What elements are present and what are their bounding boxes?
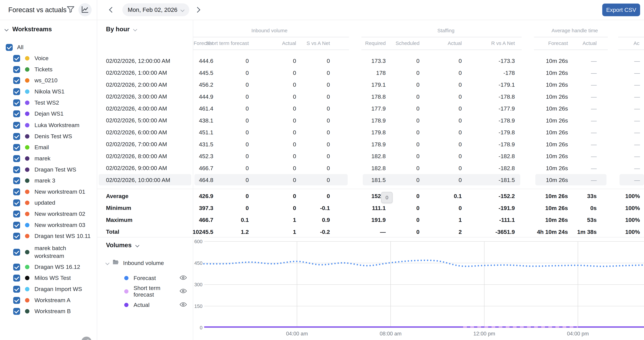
table-cell: 100% — [625, 226, 640, 238]
inbound-volume-tree-item[interactable]: Inbound volume — [106, 260, 164, 266]
workstream-color-dot — [25, 298, 30, 302]
checkbox-checked[interactable] — [13, 200, 20, 206]
date-label: Mon, Feb 02, 2026 — [128, 6, 178, 13]
checkbox-checked[interactable] — [13, 177, 20, 184]
legend-item-forecast[interactable]: Forecast — [124, 272, 187, 284]
sidebar-item-email[interactable]: Email — [13, 142, 49, 153]
checkbox-checked[interactable] — [13, 233, 20, 240]
next-day-button[interactable] — [194, 6, 201, 14]
table-cell: — — [591, 162, 597, 174]
table-cell: 0 — [327, 91, 330, 103]
y-axis-tick: 450 — [194, 260, 202, 266]
checkbox-checked[interactable] — [13, 133, 20, 140]
chart-view-button[interactable] — [78, 3, 92, 16]
workstream-color-dot — [25, 56, 30, 60]
table-cell: 10m 26s — [545, 190, 568, 202]
sidebar-item-dragan-import-ws[interactable]: Dragan Import WS — [13, 284, 82, 295]
checkbox-checked[interactable] — [13, 99, 20, 106]
checkbox-checked[interactable] — [13, 66, 20, 73]
table-cell: 0 — [293, 150, 296, 162]
table-cell: 10m 26s — [545, 214, 568, 226]
workstream-label: ws_0210 — [34, 76, 58, 84]
workstreams-header[interactable]: Workstreams — [5, 26, 52, 33]
checkbox-checked[interactable] — [13, 110, 20, 117]
sidebar-item-marek[interactable]: marek — [13, 153, 50, 164]
legend-item-short-term-forecast[interactable]: Short term forecast — [124, 286, 187, 297]
sidebar-item-new-workstream-02[interactable]: New workstream 02 — [13, 208, 85, 220]
checkbox-checked[interactable] — [13, 77, 20, 84]
sidebar-item-new-workstream-01[interactable]: New workstream 01 — [13, 186, 85, 198]
sidebar-item-dejan-ws1[interactable]: Dejan WS1 — [13, 108, 64, 119]
visibility-eye-icon[interactable] — [180, 302, 187, 308]
visibility-eye-icon[interactable] — [180, 275, 187, 281]
sidebar-item-updated[interactable]: updated — [13, 197, 55, 208]
sidebar-item-milos-ws-test[interactable]: Milos WS Test — [13, 272, 71, 284]
checkbox-checked[interactable] — [13, 297, 20, 304]
table-cell: 0 — [246, 150, 249, 162]
visibility-eye-icon[interactable] — [180, 288, 187, 294]
sidebar-item-test-ws2[interactable]: Test WS2 — [13, 97, 59, 108]
volumes-section-header[interactable]: Volumes — [106, 242, 139, 249]
checkbox-checked[interactable] — [13, 264, 20, 270]
previous-day-button[interactable] — [108, 6, 116, 14]
cell-tooltip-badge: 0 — [381, 192, 392, 203]
sidebar-item-marek-3[interactable]: marek 3 — [13, 175, 55, 186]
granularity-dropdown[interactable]: By hour — [106, 26, 136, 33]
table-cell: — — [634, 174, 640, 186]
table-cell: -178.9 — [499, 138, 515, 150]
checkbox-checked[interactable] — [6, 44, 13, 51]
table-cell: -179.1 — [499, 79, 515, 91]
sidebar-item-dragan-ws-16-12[interactable]: Dragan WS 16.12 — [13, 262, 80, 272]
table-cell: -181.5 — [499, 174, 515, 186]
legend-item-actual[interactable]: Actual — [124, 299, 187, 310]
filter-button[interactable] — [66, 5, 76, 15]
row-time-label: 02/02/2026, 8:00:00 AM — [106, 150, 167, 162]
checkbox-checked[interactable] — [13, 88, 20, 95]
sidebar-item-tickets[interactable]: Tickets — [13, 64, 52, 75]
table-data-area[interactable]: Inbound volumeStaffingAverage handle tim… — [193, 20, 644, 237]
sidebar-item-marek-batch-workstream[interactable]: marek batch workstream — [13, 246, 94, 258]
table-cell: 0 — [293, 138, 296, 150]
sidebar-item-voice[interactable]: Voice — [13, 53, 48, 64]
table-cell: 179.8 — [371, 126, 386, 138]
table-cell: -178.9 — [499, 114, 515, 126]
table-cell: -182.8 — [499, 162, 515, 174]
checkbox-checked[interactable] — [13, 55, 20, 62]
checkbox-checked[interactable] — [13, 166, 20, 173]
checkbox-checked[interactable] — [13, 122, 20, 129]
checkbox-checked[interactable] — [13, 308, 20, 315]
reset-button[interactable]: ↺ — [81, 336, 92, 340]
sidebar-item-all[interactable]: All — [6, 42, 24, 53]
workstream-label: Email — [34, 144, 49, 151]
table-cell: — — [634, 126, 640, 138]
table-cell: 0 — [293, 55, 296, 67]
sidebar-item-luka-workstream[interactable]: Luka Workstream — [13, 120, 80, 131]
checkbox-checked[interactable] — [13, 188, 20, 195]
sidebar-item-ws-0210[interactable]: ws_0210 — [13, 75, 58, 86]
checkbox-checked[interactable] — [13, 155, 20, 162]
date-picker[interactable]: Mon, Feb 02, 2026 — [122, 4, 189, 16]
checkbox-checked[interactable] — [13, 210, 20, 218]
sidebar-item-dragan-test-ws-10-11[interactable]: Dragan test WS 10.11 — [13, 230, 90, 242]
table-cell: — — [591, 102, 597, 114]
checkbox-checked[interactable] — [13, 274, 20, 282]
checkbox-checked[interactable] — [13, 144, 20, 151]
sidebar-item-dragan-test-ws[interactable]: Dragan Test WS — [13, 164, 76, 175]
group-underline — [193, 37, 349, 37]
checkbox-checked[interactable] — [13, 249, 20, 256]
table-cell: 0 — [458, 126, 462, 138]
sidebar-item-new-workstream-03[interactable]: New workstream 03 — [13, 220, 85, 231]
sidebar-item-workstream-a[interactable]: Workstream A — [13, 295, 70, 306]
table-cell: 0 — [246, 202, 249, 214]
sidebar-item-workstream-b[interactable]: Workstream B — [13, 306, 71, 317]
table-cell: 0.1 — [241, 214, 249, 226]
table-cell: 0 — [293, 79, 296, 91]
export-csv-button[interactable]: Export CSV — [602, 4, 640, 16]
table-cell: -179.8 — [499, 126, 515, 138]
sidebar-item-denis-test-ws[interactable]: Denis Test WS — [13, 131, 72, 142]
checkbox-checked[interactable] — [13, 222, 20, 229]
sidebar-item-nikola-ws1[interactable]: Nikola WS1 — [13, 86, 64, 97]
checkbox-checked[interactable] — [13, 286, 20, 293]
table-cell: 0 — [293, 67, 296, 79]
row-time-label: 02/02/2026, 12:00:00 AM — [106, 55, 170, 67]
